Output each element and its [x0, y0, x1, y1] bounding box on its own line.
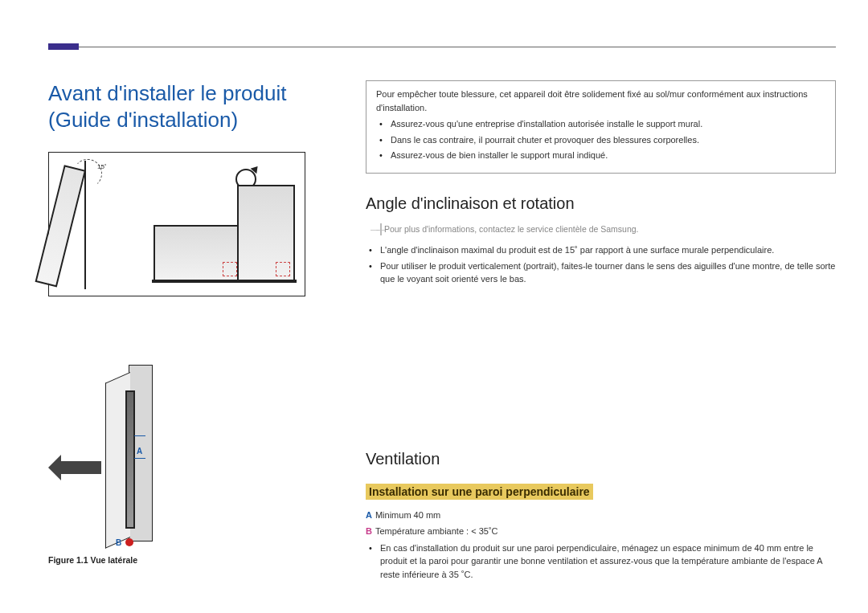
tilt-rotation-diagram: 15˚	[48, 152, 305, 296]
list-item: Pour utiliser le produit verticalement (…	[380, 260, 836, 286]
spec-a: AMinimum 40 mm	[366, 509, 836, 522]
angle-heading: Angle d'inclinaison et rotation	[366, 191, 836, 215]
arrow-left-icon	[61, 461, 101, 474]
spec-b: BTempérature ambiante : < 35˚C	[366, 525, 836, 538]
list-item: Assurez-vous qu'une entreprise d'install…	[391, 117, 825, 131]
label-a: A	[137, 445, 142, 457]
angle-note: Pour plus d'informations, contactez le s…	[380, 223, 639, 236]
figure-caption: Figure 1.1 Vue latérale	[48, 554, 137, 567]
page-title: Avant d'installer le produit (Guide d'in…	[48, 80, 346, 133]
angle-bullet-list: L'angle d'inclinaison maximal du produit…	[366, 243, 836, 286]
list-item: En cas d'installation du produit sur une…	[380, 541, 836, 582]
warning-bullet-list: Assurez-vous qu'une entreprise d'install…	[376, 117, 825, 162]
ventilation-heading: Ventilation	[366, 447, 836, 471]
ventilation-subheading: Installation sur une paroi perpendiculai…	[366, 484, 836, 501]
warning-box: Pour empêcher toute blessure, cet appare…	[366, 80, 836, 174]
dot-b-icon	[125, 538, 133, 546]
side-view-diagram: A B Figure 1.1 Vue latérale	[48, 365, 346, 574]
header-rule	[48, 47, 836, 47]
ventilation-bullet-list: En cas d'installation du produit sur une…	[366, 541, 836, 582]
list-item: Assurez-vous de bien installer le suppor…	[391, 149, 825, 162]
label-b: B	[116, 537, 121, 549]
warning-intro: Pour empêcher toute blessure, cet appare…	[376, 88, 825, 114]
list-item: L'angle d'inclinaison maximal du produit…	[380, 243, 836, 257]
right-column: Pour empêcher toute blessure, cet appare…	[366, 80, 836, 583]
list-item: Dans le cas contraire, il pourrait chute…	[391, 133, 825, 147]
angle-label: 15˚	[97, 162, 107, 172]
left-column: Avant d'installer le produit (Guide d'in…	[48, 80, 346, 574]
